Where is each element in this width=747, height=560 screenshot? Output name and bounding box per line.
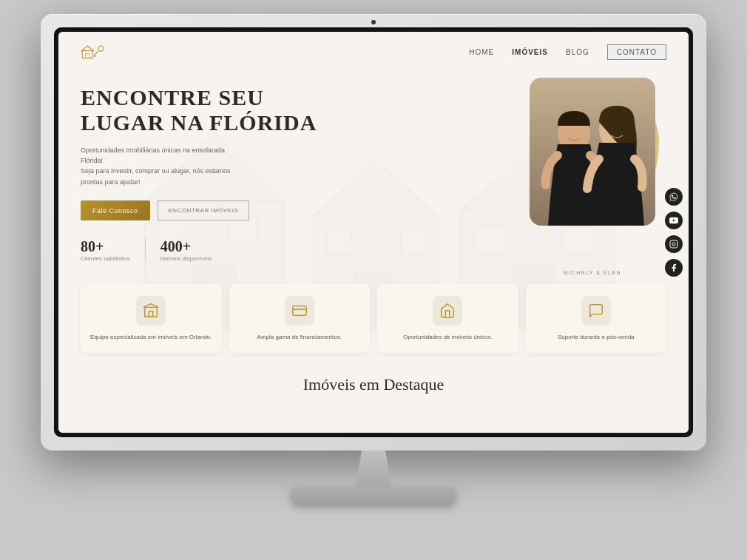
stat-clients-number: 80+ [81,238,130,255]
nav-blog[interactable]: BLOG [566,48,589,56]
hero-photo: MICHELY & ELEN [518,78,666,263]
svg-rect-27 [149,311,154,317]
photo-frame [530,78,655,226]
feature-card-1: Ampla gama de financiamentos. [229,284,371,353]
feature-card-0: Equipe especializada em imóveis em Orlan… [81,284,222,353]
screen: HOME IMÓVEIS BLOG CONTATO ENCONTRE SEU L… [58,32,689,433]
logo-svg [81,42,107,63]
nav-links: HOME IMÓVEIS BLOG CONTATO [469,44,666,60]
fale-conosco-button[interactable]: Fale Conosco [81,200,150,220]
website: HOME IMÓVEIS BLOG CONTATO ENCONTRE SEU L… [58,32,689,433]
support-icon [588,303,604,319]
svg-rect-24 [670,240,677,248]
hero-left: ENCONTRE SEU LUGAR NA FLÓRIDA Oportunida… [81,78,518,263]
hero-title-line1: ENCONTRE SEU [81,85,264,109]
nav-imoveis[interactable]: IMÓVEIS [512,48,548,56]
features-section: Equipe especializada em imóveis em Orlan… [58,262,689,360]
stat-imoveis: 400+ Imóveis disponíveis [145,238,227,262]
logo[interactable] [81,42,107,63]
feature-text-0: Equipe especializada em imóveis em Orlan… [89,333,213,341]
nav-contact-button[interactable]: CONTATO [607,44,666,60]
feature-card-3: Suporte durante e pós-venda [526,284,667,353]
feature-icon-3 [581,296,611,325]
monitor-wrapper: HOME IMÓVEIS BLOG CONTATO ENCONTRE SEU L… [41,14,706,547]
whatsapp-icon[interactable] [665,188,683,206]
instagram-icon[interactable] [665,235,683,253]
monitor-stand-base [292,488,455,504]
feature-text-1: Ampla gama de financiamentos. [238,333,362,341]
social-sidebar [665,188,683,277]
svg-rect-16 [85,53,89,58]
facebook-icon[interactable] [665,259,683,277]
nav-home[interactable]: HOME [469,48,494,56]
svg-line-18 [95,51,98,55]
feature-icon-2 [433,296,462,325]
feature-text-2: Oportunidades de imóveis únicos. [386,333,510,341]
finance-icon [291,303,308,319]
stat-imoveis-number: 400+ [160,238,212,255]
feature-icon-1 [285,296,314,325]
features-grid: Equipe especializada em imóveis em Orlan… [81,284,666,353]
feature-icon-0 [136,296,166,325]
hero-subtitle-line2: Seja para investir, comprar ou alugar, n… [81,167,231,185]
monitor-stand-neck [344,451,403,488]
svg-rect-28 [293,306,306,316]
people-illustration [530,78,655,226]
hero-title: ENCONTRE SEU LUGAR NA FLÓRIDA [81,85,518,136]
stat-clients-label: Clientes satisfeitos [81,255,130,262]
stat-clients: 80+ Clientes satisfeitos [81,238,145,262]
hero-section: ENCONTRE SEU LUGAR NA FLÓRIDA Oportunida… [58,70,689,263]
destaque-section: Imóveis em Destaque [58,360,689,402]
encontrar-imoveis-button[interactable]: ENCONTRAR IMÓVEIS [158,200,250,220]
svg-rect-15 [82,50,92,58]
house-icon [439,303,456,319]
monitor-body: HOME IMÓVEIS BLOG CONTATO ENCONTRE SEU L… [41,14,706,451]
svg-point-17 [98,46,104,51]
hero-subtitle: Oportunidades Imobiliárias únicas na ens… [81,145,243,188]
building-icon [143,303,159,319]
destaque-title: Imóveis em Destaque [81,375,666,394]
stat-imoveis-label: Imóveis disponíveis [160,255,212,262]
hero-subtitle-line1: Oportunidades Imobiliárias únicas na ens… [81,146,225,164]
hero-buttons: Fale Conosco ENCONTRAR IMÓVEIS [81,200,518,220]
youtube-icon[interactable] [665,212,683,229]
hero-stats: 80+ Clientes satisfeitos 400+ Imóveis di… [81,238,518,262]
navigation: HOME IMÓVEIS BLOG CONTATO [58,32,689,70]
feature-text-3: Suporte durante e pós-venda [535,333,658,341]
hero-title-line2: LUGAR NA FLÓRIDA [81,110,317,135]
svg-rect-26 [145,307,158,317]
feature-card-2: Oportunidades de imóveis únicos. [377,284,518,353]
monitor-bezel: HOME IMÓVEIS BLOG CONTATO ENCONTRE SEU L… [54,27,693,437]
